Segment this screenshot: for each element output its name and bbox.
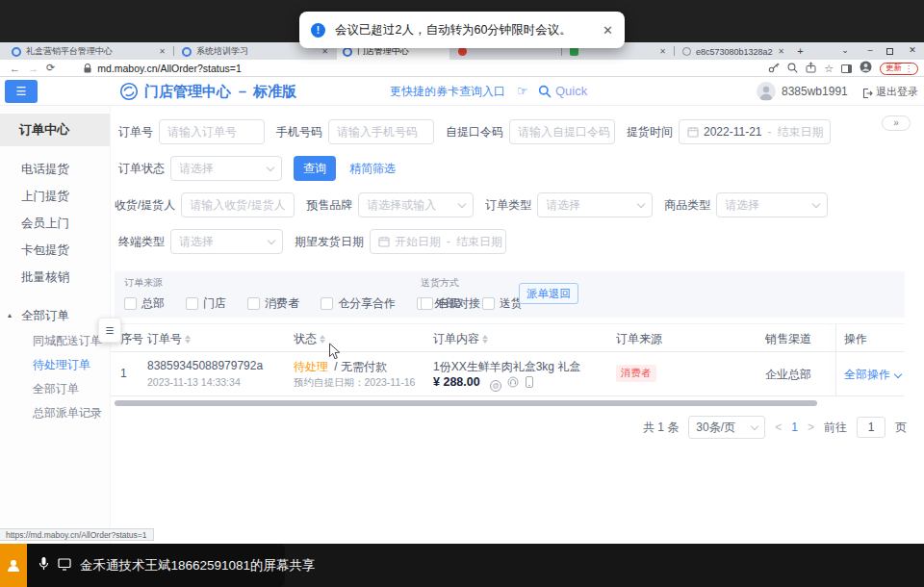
browser-tab-1[interactable]: 礼盒营销平台管理中心 ✕	[6, 43, 171, 60]
col-order-no[interactable]: 订单号	[147, 324, 191, 353]
checkbox-delivery-deliver[interactable]: 送货	[482, 295, 523, 312]
logout-icon[interactable]	[861, 86, 873, 103]
row-action-dropdown[interactable]: 全部操作	[844, 367, 901, 383]
quick-search-icon[interactable]	[538, 85, 552, 102]
menu-toggle-button[interactable]: ☰	[5, 80, 38, 103]
brand-select[interactable]: 请选择或输入	[358, 192, 474, 217]
goto-page-input[interactable]: 1	[857, 417, 886, 438]
sidebar-item-card-pickup[interactable]: 卡包提货	[0, 237, 110, 264]
profile-avatar-icon[interactable]	[860, 60, 872, 77]
checkbox-delivery-selfpickup[interactable]: 自提	[421, 295, 461, 312]
order-no-input[interactable]: 请输入订单号	[159, 119, 265, 144]
sidebar-item-phone-pickup[interactable]: 电话提货	[0, 156, 110, 183]
terminal-type-label: 终端类型	[118, 234, 165, 250]
quick-label[interactable]: Quick	[555, 77, 587, 106]
checkbox-icon[interactable]	[321, 297, 333, 310]
chrome-update-button[interactable]: 更新 ⋮	[880, 63, 918, 75]
checkbox-icon[interactable]	[247, 297, 260, 310]
sidebar-group-all-orders[interactable]: ▴ 全部订单	[0, 302, 110, 329]
checkbox-icon[interactable]	[124, 297, 137, 310]
goods-type-select[interactable]: 请选择	[716, 192, 828, 217]
url-text[interactable]: md.maboy.cn/AllOrder?status=1	[97, 63, 242, 74]
terminal-type-select[interactable]: 请选择	[170, 229, 283, 254]
app-header: ☰ 门店管理中心 － 标准版 更快捷的券卡查询入口 ☞ Quick 8385wb…	[0, 77, 924, 106]
chevron-down-icon	[458, 199, 466, 207]
tab-search-chevron-icon[interactable]: ⌄	[835, 42, 855, 60]
logout-button[interactable]: 退出登录	[876, 77, 918, 106]
window-minimize-button[interactable]: –	[860, 42, 880, 60]
order-table-row[interactable]: 1 83859345088979792a 2023-11-13 14:33:34…	[111, 352, 905, 396]
placeholder-text: 请输入手机号码	[337, 124, 418, 140]
pickup-time-range-input[interactable]: 2022-11-21 - 结束日期	[679, 119, 831, 144]
checkbox-icon[interactable]	[186, 297, 198, 310]
channel-at-icon: @	[490, 380, 501, 392]
sidebar-item-all-orders[interactable]: 全部订单	[0, 377, 110, 401]
checkbox-icon[interactable]	[482, 297, 495, 310]
sidebar-collapse-handle[interactable]: ☰	[98, 318, 121, 343]
window-maximize-button[interactable]	[886, 48, 893, 55]
user-avatar[interactable]	[757, 82, 776, 101]
sort-icon[interactable]	[185, 335, 191, 344]
pagination: 共 1 条 30条/页 < 1 > 前往 1 页	[643, 416, 907, 439]
tab-close-icon[interactable]: ✕	[778, 47, 784, 56]
pickup-code-input[interactable]: 请输入自提口令码	[509, 119, 615, 144]
page-size-select[interactable]: 30条/页	[688, 416, 765, 439]
key-icon[interactable]	[768, 60, 780, 77]
tab-close-icon[interactable]: ✕	[159, 47, 166, 56]
current-page[interactable]: 1	[791, 421, 798, 434]
prev-page-icon[interactable]: <	[775, 421, 782, 434]
order-status-select[interactable]: 请选择	[170, 156, 282, 181]
order-number: 83859345088979792a	[147, 359, 263, 372]
placeholder-text: 请输入收货/提货人	[190, 197, 285, 214]
participant-icon[interactable]	[0, 544, 27, 587]
expect-date-range-input[interactable]: 开始日期 - 结束日期	[370, 229, 506, 254]
calendar-icon	[378, 236, 390, 247]
checkbox-source-hq[interactable]: 总部	[124, 295, 165, 312]
sidebar-item-batch-verify[interactable]: 批量核销	[0, 264, 110, 291]
bookmark-star-icon[interactable]: ☆	[824, 64, 834, 73]
checkbox-source-store[interactable]: 门店	[186, 295, 226, 312]
col-status[interactable]: 状态	[294, 324, 325, 353]
sidebar-section-order-center: 订单中心	[0, 114, 110, 146]
share-icon[interactable]	[806, 60, 816, 77]
window-close-button[interactable]: ✕	[903, 42, 922, 60]
sidebar-item-pending-orders[interactable]: 待处理订单	[0, 353, 110, 377]
microphone-icon[interactable]	[38, 556, 49, 574]
phone-input[interactable]: 请输入手机号码	[328, 119, 434, 144]
filter-collapse-button[interactable]: »	[882, 115, 911, 131]
sidebar-item-hq-dispatch-log[interactable]: 总部派单记录	[0, 401, 110, 425]
receiver-input[interactable]: 请输入收货/提货人	[181, 192, 295, 217]
order-type-select[interactable]: 请选择	[537, 192, 653, 217]
zoom-icon[interactable]	[787, 60, 798, 77]
horizontal-scrollbar[interactable]	[115, 400, 817, 406]
simple-filter-link[interactable]: 精简筛选	[349, 161, 396, 177]
sort-icon[interactable]	[320, 335, 325, 344]
checkbox-source-warehouse-share[interactable]: 仓分享合作	[321, 295, 396, 312]
order-no-label: 订单号	[118, 124, 153, 140]
reload-icon[interactable]: ⟳	[46, 62, 55, 74]
side-panel-icon[interactable]	[841, 64, 852, 73]
forward-icon[interactable]: →	[28, 63, 38, 74]
back-icon[interactable]: ←	[10, 63, 20, 74]
search-button[interactable]: 查询	[294, 156, 336, 181]
quick-entry-link[interactable]: 更快捷的券卡查询入口	[390, 77, 505, 106]
tab-close-icon[interactable]: ✕	[321, 47, 328, 56]
next-page-icon[interactable]: >	[808, 421, 814, 434]
toast-close-icon[interactable]: ✕	[603, 23, 613, 38]
col-content[interactable]: 订单内容	[433, 324, 488, 353]
tab-divider	[173, 46, 174, 56]
sidebar-item-member-visit[interactable]: 会员上门	[0, 210, 110, 237]
checkbox-source-consumer[interactable]: 消费者	[247, 295, 299, 312]
sidebar-item-city-delivery[interactable]: 同城配送订单	[0, 329, 110, 353]
lock-icon[interactable]	[84, 64, 91, 73]
checkbox-icon[interactable]	[421, 297, 433, 310]
site-favicon	[12, 47, 21, 57]
sort-icon[interactable]	[482, 335, 488, 344]
dispatch-return-button[interactable]: 派单退回	[519, 283, 578, 304]
new-tab-button[interactable]: +	[793, 44, 808, 59]
pickup-time-label: 提货时间	[627, 124, 673, 140]
browser-tab-6[interactable]: e8c573080b1328a258fd2e6 ✕	[677, 43, 790, 60]
tab-close-icon[interactable]: ✕	[659, 47, 666, 56]
username-text[interactable]: 8385wb1991	[782, 77, 848, 106]
sidebar-item-door-pickup[interactable]: 上门提货	[0, 183, 110, 210]
